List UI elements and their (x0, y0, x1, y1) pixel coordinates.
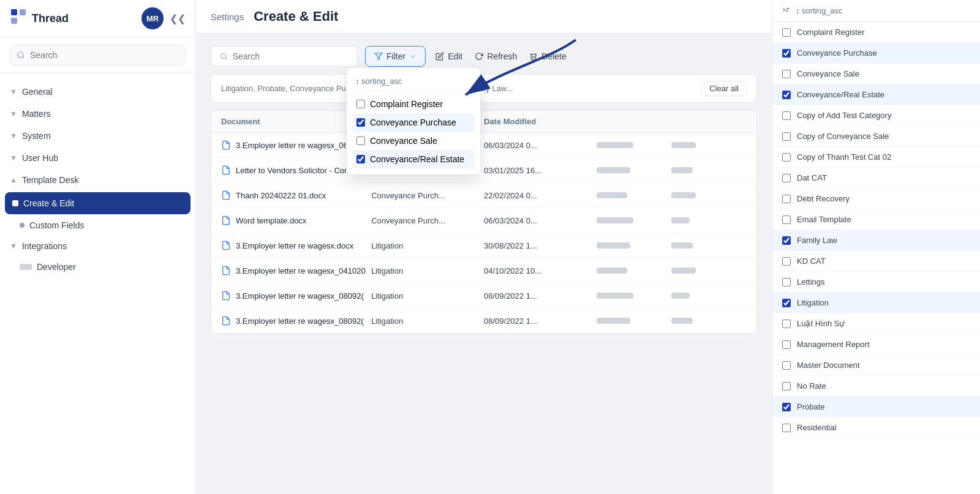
right-panel-item[interactable]: Copy of Thanh Test Cat 02 (772, 147, 980, 168)
sidebar-item-label: System (22, 131, 51, 141)
blur-bar (671, 167, 693, 173)
right-panel-item[interactable]: Copy of Add Test Category (772, 105, 980, 126)
filter-checkbox[interactable] (782, 236, 791, 245)
filter-item-label: Email Template (797, 215, 851, 224)
date-cell: 22/02/2024 0... (484, 191, 597, 200)
search-box[interactable] (211, 46, 358, 67)
filter-checkbox[interactable] (782, 340, 791, 349)
collapse-button[interactable]: ❮❮ (170, 13, 186, 24)
sidebar-item-create-edit[interactable]: Create & Edit (5, 192, 190, 214)
sidebar-item-label: Matters (22, 109, 51, 119)
blur-bar (671, 192, 696, 198)
sidebar-item-label: Create & Edit (23, 198, 74, 208)
filter-checkbox[interactable] (782, 403, 791, 411)
doc-icon (221, 241, 231, 250)
right-panel-item[interactable]: Debt Recovery (772, 189, 980, 209)
right-panel-item[interactable]: Conveyance Purchase (772, 43, 980, 64)
right-panel-item[interactable]: KD CAT (772, 251, 980, 272)
right-panel-item[interactable]: Luật Hình Sự (772, 313, 980, 334)
sidebar-item-template-desk[interactable]: ▲ Template Desk (0, 169, 195, 191)
filter-checkbox[interactable] (782, 299, 791, 307)
blur-cell-2 (671, 242, 747, 249)
sidebar-item-integrations[interactable]: ▼ Integrations (0, 235, 195, 257)
dropdown-item[interactable]: Conveyance/Real Estate (353, 150, 474, 168)
right-panel-item[interactable]: Copy of Conveyance Sale (772, 126, 980, 147)
refresh-button[interactable]: Refresh (472, 47, 519, 66)
right-panel-item[interactable]: Litigation (772, 293, 980, 313)
filter-checkbox[interactable] (782, 320, 791, 328)
filter-checkbox[interactable] (356, 100, 365, 108)
filter-checkbox[interactable] (782, 132, 791, 141)
right-panel-item[interactable]: Conveyance/Real Estate (772, 84, 980, 105)
filter-checkbox[interactable] (356, 137, 365, 145)
right-panel-item[interactable]: Probate (772, 397, 980, 417)
sidebar-item-custom-fields[interactable]: Custom Fields (0, 215, 195, 235)
filter-checkbox[interactable] (782, 174, 791, 182)
blur-cell-2 (671, 318, 747, 324)
filter-checkbox[interactable] (782, 361, 791, 370)
filter-checkbox[interactable] (782, 153, 791, 162)
table-row[interactable]: Thanh 20240222 01.docx Conveyance Purch.… (211, 183, 756, 208)
table-row[interactable]: 3.Employer letter re wagesx.docx Litigat… (211, 233, 756, 258)
filter-checkbox[interactable] (782, 70, 791, 78)
sidebar-item-label: Integrations (22, 241, 67, 251)
table-row[interactable]: Word template.docx Conveyance Purch... 0… (211, 208, 756, 233)
table-row[interactable]: 3.Employer letter re wagesx_06032( Conve… (211, 133, 756, 158)
filter-item-label: Conveyance/Real Estate (370, 154, 464, 164)
right-panel-item[interactable]: Residential (772, 417, 980, 438)
blur-bar (671, 293, 690, 299)
right-panel-item[interactable]: Conveyance Sale (772, 64, 980, 84)
sidebar-item-label: User Hub (22, 153, 58, 163)
table-row[interactable]: 3.Employer letter re wagesx_08092( Litig… (211, 283, 756, 309)
sidebar-item-developer[interactable]: Developer (0, 257, 195, 277)
svg-point-3 (221, 53, 226, 58)
sidebar-item-general[interactable]: ▼ General (0, 81, 195, 103)
right-panel-item[interactable]: Dat CAT (772, 168, 980, 189)
right-panel-item[interactable]: Complaint Register (772, 22, 980, 43)
edit-button[interactable]: Edit (433, 47, 465, 66)
filter-checkbox[interactable] (782, 382, 791, 391)
filter-checkbox[interactable] (356, 118, 365, 127)
filter-checkbox[interactable] (782, 195, 791, 203)
filter-checkbox[interactable] (782, 257, 791, 266)
sort-icon (782, 7, 791, 15)
table-row[interactable]: Letter to Vendors Solicitor - Contrac Co… (211, 158, 756, 183)
chevron-right-icon: ▼ (10, 132, 17, 140)
table-row[interactable]: 3.Employer letter re wagesx_08092( Litig… (211, 309, 756, 333)
sidebar-nav: ▼ General ▼ Matters ▼ System ▼ User Hub … (0, 73, 195, 494)
sidebar-item-matters[interactable]: ▼ Matters (0, 103, 195, 125)
filter-item-label: Management Report (797, 340, 870, 349)
filter-item-label: Complaint Register (797, 28, 865, 37)
right-panel-item[interactable]: Family Law (772, 230, 980, 251)
blur-cell-2 (671, 192, 747, 198)
filter-checkbox[interactable] (782, 278, 791, 286)
filter-checkbox[interactable] (782, 111, 791, 120)
filter-button[interactable]: Filter (365, 46, 426, 67)
filter-checkbox[interactable] (782, 28, 791, 37)
avatar: MR (141, 7, 164, 29)
dropdown-item[interactable]: Complaint Register (353, 95, 474, 113)
documents-table: Document Category Date Modified 3.Employ… (211, 110, 757, 334)
dropdown-item[interactable]: Conveyance Sale (353, 132, 474, 150)
right-panel-item[interactable]: Master Document (772, 355, 980, 376)
search-input[interactable] (233, 51, 349, 61)
right-panel-item[interactable]: Email Template (772, 209, 980, 230)
blur-bar (671, 242, 693, 249)
sidebar-item-user-hub[interactable]: ▼ User Hub (0, 147, 195, 169)
right-panel-item[interactable]: No Rate (772, 376, 980, 397)
filter-checkbox[interactable] (782, 91, 791, 99)
right-panel-item[interactable]: Lettings (772, 272, 980, 293)
delete-button[interactable]: Delete (527, 47, 568, 66)
filter-checkbox[interactable] (782, 424, 791, 432)
settings-link[interactable]: Settings (211, 12, 244, 22)
filter-checkbox[interactable] (782, 49, 791, 58)
filter-checkbox[interactable] (356, 155, 365, 163)
search-input[interactable] (10, 45, 186, 65)
sidebar-item-system[interactable]: ▼ System (0, 125, 195, 147)
filter-checkbox[interactable] (782, 215, 791, 224)
clear-all-button[interactable]: Clear all (701, 81, 747, 96)
right-panel-item[interactable]: Management Report (772, 334, 980, 355)
table-row[interactable]: 3.Employer letter re wagesx_041020 Litig… (211, 258, 756, 283)
doc-icon (221, 316, 231, 326)
dropdown-item[interactable]: Conveyance Purchase (353, 113, 474, 132)
